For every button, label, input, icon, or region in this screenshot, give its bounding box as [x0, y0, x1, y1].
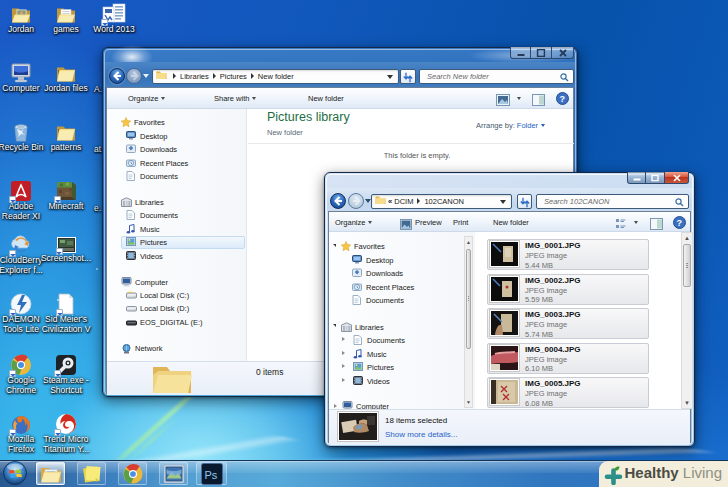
- svg-text:?: ?: [677, 218, 683, 228]
- svg-text:Ps: Ps: [204, 468, 217, 480]
- svg-text:?: ?: [560, 94, 566, 104]
